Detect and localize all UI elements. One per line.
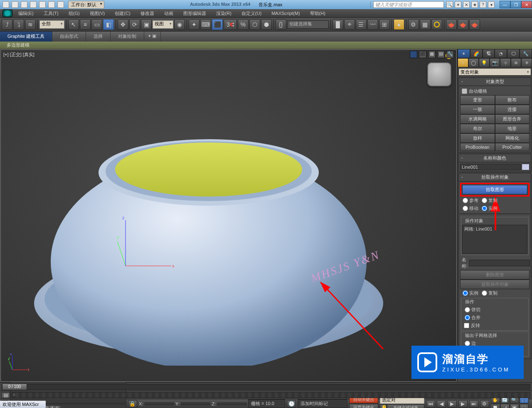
pivot-center-icon[interactable]: ◉ [174, 19, 185, 30]
close-button[interactable]: ✕ [521, 1, 532, 8]
select-link-icon[interactable]: ⤴ [2, 19, 12, 30]
tab-create-icon[interactable]: ✶ [458, 49, 470, 58]
menu-modifiers[interactable]: 修改器 [136, 10, 158, 17]
undo-icon[interactable] [39, 1, 46, 8]
menu-group[interactable]: 组(G) [64, 10, 84, 17]
btn-morph[interactable]: 变形 [460, 95, 495, 105]
ribbon-tab-selection[interactable]: 选择 [86, 32, 111, 42]
menu-edit[interactable]: 编辑(E) [14, 10, 38, 17]
btn-scatter[interactable]: 散布 [495, 95, 530, 105]
menu-rendering[interactable]: 渲染(R) [212, 10, 236, 17]
y-coord-input[interactable] [181, 403, 210, 405]
time-tag-icon[interactable]: 🕓 [287, 400, 296, 408]
cat-geometry-icon[interactable]: ○ [458, 58, 468, 67]
tab-utilities-icon[interactable]: 🔧 [520, 49, 532, 58]
cat-helpers-icon[interactable]: ⊹ [500, 58, 511, 67]
time-slider[interactable]: 0 / 100 [0, 382, 532, 391]
time-thumb[interactable]: 0 / 100 [2, 383, 27, 390]
new-icon[interactable] [12, 1, 18, 8]
menu-tools[interactable]: 工具(T) [39, 10, 63, 17]
object-color-swatch[interactable] [522, 164, 530, 170]
ribbon-panel-polymodel[interactable]: 多边形建模 [3, 42, 33, 49]
tab-display-icon[interactable]: 🖵 [507, 49, 520, 58]
cat-spacewarps-icon[interactable]: ≋ [511, 58, 522, 67]
radio-instance[interactable]: 实例 [482, 205, 498, 211]
app-menu-icon[interactable] [2, 1, 9, 8]
radio-extract-copy[interactable]: 复制 [482, 290, 498, 296]
btn-mesher[interactable]: 网格化 [495, 133, 530, 143]
key-filters-button[interactable]: 关键点过滤器 [387, 404, 424, 408]
app-logo-icon[interactable] [2, 10, 12, 17]
max-toggle-icon[interactable]: ▣ [510, 404, 519, 408]
teapot3-icon[interactable]: 🫖 [469, 19, 480, 30]
tab-motion-icon[interactable]: ◔ [495, 49, 507, 58]
delete-shape-button[interactable]: 删除图形 [460, 270, 530, 280]
menu-views[interactable]: 视图(V) [86, 10, 109, 17]
mirror-icon[interactable]: ▐▌ [332, 19, 343, 30]
zoom-all-icon[interactable]: 🔲 [491, 404, 500, 408]
search-icon[interactable]: 🔍 [446, 1, 453, 8]
maximize-button[interactable]: ❐ [510, 1, 521, 8]
ref-coord-combo[interactable]: 视图 [153, 20, 173, 29]
select-manipulate-icon[interactable]: ✦ [189, 19, 200, 30]
play-icon[interactable]: ▶ [448, 400, 457, 408]
prev-frame-icon[interactable]: ◀ [437, 400, 446, 408]
rendered-frame-icon[interactable]: ▦ [420, 19, 431, 30]
btn-blobmesh[interactable]: 水滴网格 [460, 114, 495, 124]
teapot1-icon[interactable]: 🫖 [446, 19, 457, 30]
track-bar-ticks[interactable]: 0 [12, 392, 530, 398]
window-crossing-icon[interactable]: ◧ [103, 19, 114, 30]
operand-name-input[interactable] [469, 260, 530, 266]
track-bar[interactable]: ▤ 0 [0, 391, 532, 399]
ribbon-tab-freeform[interactable]: 自由形式 [52, 32, 86, 42]
time-config-icon[interactable]: ⚙ [480, 400, 489, 408]
angle-snap-icon[interactable]: 3🧲 [224, 19, 237, 30]
radio-copy[interactable]: 复制 [482, 197, 498, 204]
vp-safeframe-icon[interactable]: ▦ [428, 51, 436, 58]
tab-hierarchy-icon[interactable]: 🏗 [483, 49, 495, 58]
snap-options-icon[interactable]: ⬢ [261, 19, 272, 30]
teapot2-icon[interactable]: 🫖 [458, 19, 468, 30]
rect-region-icon[interactable]: ▭ [91, 19, 102, 30]
curve-editor-icon[interactable]: 〰 [367, 19, 378, 30]
vp-shading-icon[interactable] [410, 51, 417, 58]
radio-reference[interactable]: 参考 [463, 197, 478, 204]
percent-snap-icon[interactable]: % [238, 19, 249, 30]
help-icon[interactable]: ? [480, 1, 486, 8]
favorite-icon[interactable]: ★ [471, 1, 478, 8]
viewport-label[interactable]: [+] [正交] [真实] [3, 52, 34, 58]
menu-customize[interactable]: 自定义(U) [237, 10, 266, 17]
btn-conform[interactable]: 一致 [460, 105, 495, 114]
minimize-button[interactable]: — [500, 1, 510, 8]
viewport[interactable]: [+] [正交] [真实] ⬛ ▦ ▤ 🔧 [0, 49, 457, 382]
select-object-icon[interactable]: ↖ [68, 19, 79, 30]
vp-edged-icon[interactable]: ⬛ [419, 51, 426, 58]
radio-merge[interactable]: 合并 [465, 315, 480, 321]
btn-shapemerge[interactable]: 图形合并 [495, 114, 530, 124]
rollout-header-pick-operand[interactable]: 拾取操作对象 [458, 173, 531, 182]
cat-cameras-icon[interactable]: 📷 [490, 58, 500, 67]
setkey-button[interactable]: 设置关键点 [349, 404, 378, 408]
scale-icon[interactable]: ▣ [141, 19, 152, 30]
dropdown-icon[interactable]: ▾ [488, 1, 495, 8]
x-coord-input[interactable] [145, 403, 174, 405]
z-coord-input[interactable] [217, 403, 246, 405]
menu-animation[interactable]: 动画 [160, 10, 177, 17]
menu-grapheditors[interactable]: 图形编辑器 [179, 10, 210, 17]
link-icon[interactable] [57, 1, 64, 8]
btn-proboolean[interactable]: ProBoolean [460, 143, 495, 151]
menu-help[interactable]: 帮助(H) [306, 10, 330, 17]
rollout-header-object-type[interactable]: 对象类型 [458, 77, 531, 86]
spinner-snap-icon[interactable]: ⬡ [249, 19, 260, 30]
btn-procutter[interactable]: ProCutter [495, 143, 530, 151]
maxscript-prompt[interactable]: 欢迎使用 MAXScr [0, 401, 46, 408]
lock-selection-icon[interactable]: 🔒 [128, 400, 137, 408]
radio-cookie[interactable]: 饼切 [465, 307, 480, 313]
ribbon-tab-paint[interactable]: 对象绘制 [111, 32, 144, 42]
region-zoom-icon[interactable]: ⬚ [520, 404, 529, 408]
bind-spacewarp-icon[interactable]: ≋ [25, 19, 36, 30]
btn-connect[interactable]: 连接 [495, 105, 530, 114]
selection-filter-combo[interactable]: 全部 [39, 20, 64, 29]
key-icon[interactable]: 🔑 [380, 404, 387, 408]
help-search-input[interactable]: 键入关键字或短语 [373, 1, 444, 8]
